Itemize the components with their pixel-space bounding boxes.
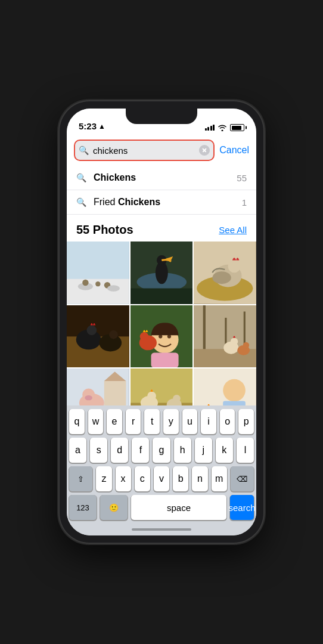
search-area: 🔍 chickens Cancel bbox=[67, 135, 256, 166]
svg-point-3 bbox=[82, 280, 88, 286]
status-icons bbox=[205, 124, 245, 131]
suggestion-count-2: 1 bbox=[242, 197, 247, 208]
key-b[interactable]: b bbox=[173, 466, 188, 491]
suggestion-item-fried-chickens[interactable]: 🔍 Fried Chickens 1 bbox=[67, 190, 256, 215]
key-u[interactable]: u bbox=[182, 409, 198, 434]
search-bar-wrapper: 🔍 chickens bbox=[74, 140, 215, 161]
svg-rect-11 bbox=[131, 289, 193, 304]
photo-cell-6[interactable] bbox=[194, 305, 256, 368]
status-time: 5:23 bbox=[79, 121, 97, 131]
key-y[interactable]: y bbox=[163, 409, 179, 434]
key-backspace[interactable]: ⌫ bbox=[231, 466, 254, 491]
search-icon-left: 🔍 bbox=[79, 145, 89, 155]
svg-point-6 bbox=[107, 285, 120, 291]
svg-rect-29 bbox=[151, 352, 178, 367]
photo-cell-4[interactable] bbox=[67, 305, 129, 368]
key-d[interactable]: d bbox=[111, 438, 128, 463]
key-m[interactable]: m bbox=[212, 466, 227, 491]
key-g[interactable]: g bbox=[153, 438, 170, 463]
key-p[interactable]: p bbox=[238, 409, 254, 434]
photo-svg-4 bbox=[67, 305, 129, 368]
suggestion-item-chickens[interactable]: 🔍 Chickens 55 bbox=[67, 166, 256, 190]
svg-point-43 bbox=[85, 395, 92, 400]
battery-icon bbox=[230, 124, 244, 131]
svg-point-49 bbox=[147, 392, 156, 401]
keyboard-row-4: 123 🙂 space search bbox=[67, 491, 256, 524]
key-w[interactable]: w bbox=[88, 409, 104, 434]
key-q[interactable]: q bbox=[69, 409, 85, 434]
key-emoji[interactable]: 🙂 bbox=[100, 495, 128, 520]
key-i[interactable]: i bbox=[201, 409, 216, 434]
phone-frame: 5:23 ▲ bbox=[60, 101, 263, 543]
photos-header: 55 Photos See All bbox=[67, 215, 256, 242]
suggestion-count-1: 55 bbox=[237, 173, 247, 183]
photo-svg-3 bbox=[194, 242, 256, 304]
signal-bar-4 bbox=[213, 125, 215, 131]
search-input-text[interactable]: chickens bbox=[93, 145, 128, 156]
key-t[interactable]: t bbox=[144, 409, 160, 434]
photo-svg-9: ★ ★ bbox=[194, 369, 256, 405]
key-n[interactable]: n bbox=[192, 466, 207, 491]
svg-point-51 bbox=[173, 395, 181, 402]
see-all-button[interactable]: See All bbox=[219, 225, 247, 235]
photo-svg-8 bbox=[131, 369, 193, 405]
svg-point-16 bbox=[213, 271, 231, 284]
svg-rect-46 bbox=[131, 369, 193, 405]
key-x[interactable]: x bbox=[116, 466, 131, 491]
svg-rect-44 bbox=[104, 381, 126, 405]
key-z[interactable]: z bbox=[96, 466, 111, 491]
key-r[interactable]: r bbox=[126, 409, 141, 434]
photo-svg-6 bbox=[194, 305, 256, 368]
key-a[interactable]: a bbox=[69, 438, 86, 463]
signal-bar-2 bbox=[207, 127, 209, 131]
key-j[interactable]: j bbox=[195, 438, 212, 463]
key-s[interactable]: s bbox=[90, 438, 107, 463]
photo-cell-7[interactable] bbox=[67, 369, 129, 405]
key-search[interactable]: search bbox=[230, 495, 254, 520]
suggestion-search-icon-2: 🔍 bbox=[76, 197, 86, 207]
suggestion-highlight-1: Chickens bbox=[94, 172, 136, 182]
key-space[interactable]: space bbox=[131, 495, 226, 520]
key-v[interactable]: v bbox=[154, 466, 169, 491]
photo-cell-9[interactable]: ★ ★ bbox=[194, 369, 256, 405]
key-o[interactable]: o bbox=[220, 409, 235, 434]
key-l[interactable]: l bbox=[237, 438, 254, 463]
key-f[interactable]: f bbox=[132, 438, 149, 463]
search-clear-button[interactable] bbox=[199, 145, 210, 156]
photos-title: 55 Photos bbox=[76, 223, 133, 237]
key-shift[interactable]: ⇧ bbox=[69, 466, 92, 491]
keyboard-row-1: q w e r t y u i o p bbox=[67, 405, 256, 434]
suggestion-text-2: Fried Chickens bbox=[94, 197, 242, 208]
svg-point-36 bbox=[231, 338, 238, 345]
key-e[interactable]: e bbox=[107, 409, 122, 434]
suggestions-list: 🔍 Chickens 55 🔍 Fried Chickens 1 bbox=[67, 166, 256, 215]
svg-point-38 bbox=[243, 342, 249, 348]
photos-section: 55 Photos See All bbox=[67, 215, 256, 405]
home-indicator bbox=[132, 528, 191, 531]
key-c[interactable]: c bbox=[135, 466, 150, 491]
keyboard-row-2: a s d f g h j k l bbox=[67, 434, 256, 463]
photo-cell-2[interactable] bbox=[131, 242, 193, 304]
bottom-bar bbox=[67, 524, 256, 535]
photo-svg-5 bbox=[131, 305, 193, 368]
key-numbers[interactable]: 123 bbox=[69, 495, 97, 520]
photo-cell-1[interactable] bbox=[67, 242, 129, 304]
cancel-button[interactable]: Cancel bbox=[219, 145, 249, 156]
key-h[interactable]: h bbox=[174, 438, 191, 463]
photo-cell-8[interactable] bbox=[131, 369, 193, 405]
notch bbox=[126, 109, 197, 124]
suggestion-search-icon-1: 🔍 bbox=[76, 173, 86, 182]
search-bar[interactable]: 🔍 chickens bbox=[74, 140, 215, 161]
key-k[interactable]: k bbox=[216, 438, 233, 463]
wifi-icon bbox=[218, 124, 227, 131]
svg-point-15 bbox=[228, 260, 241, 273]
signal-bar-3 bbox=[210, 126, 212, 131]
keyboard: q w e r t y u i o p a s d f g h j k bbox=[67, 405, 256, 524]
svg-rect-47 bbox=[131, 403, 193, 405]
battery-fill bbox=[232, 126, 241, 130]
photos-grid: ★ ★ bbox=[67, 242, 256, 405]
photo-cell-5[interactable] bbox=[131, 305, 193, 368]
photo-cell-3[interactable] bbox=[194, 242, 256, 304]
svg-point-4 bbox=[95, 281, 100, 286]
photo-svg-2 bbox=[131, 242, 193, 304]
